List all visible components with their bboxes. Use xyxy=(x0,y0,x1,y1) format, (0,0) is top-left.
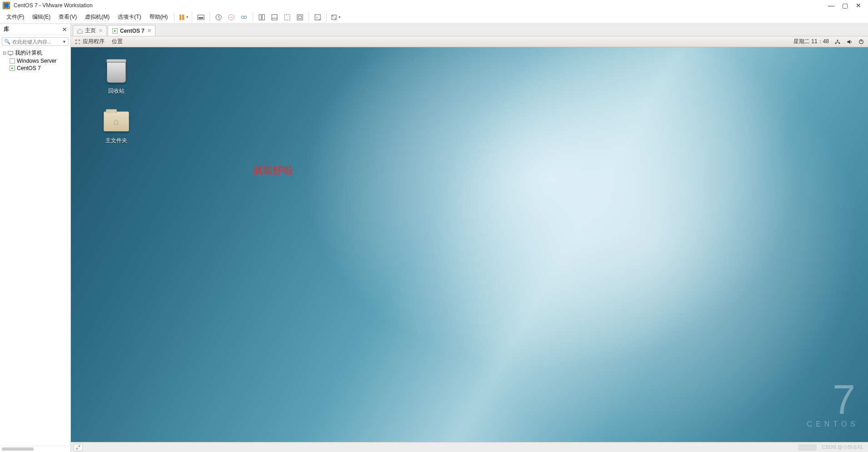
tab-centos7-label: CentOS 7 xyxy=(120,28,145,34)
vm-icon xyxy=(9,58,15,64)
status-indicator xyxy=(798,444,817,451)
minimize-button[interactable]: — xyxy=(824,2,838,9)
home-icon xyxy=(77,28,83,34)
power-icon[interactable] xyxy=(858,39,864,45)
revert-snapshot-button[interactable] xyxy=(225,12,237,23)
tree-item-centos7[interactable]: CentOS 7 xyxy=(0,65,70,72)
trash-icon xyxy=(107,61,126,83)
search-icon: 🔍 xyxy=(4,39,10,45)
svg-rect-9 xyxy=(262,15,264,20)
svg-point-27 xyxy=(75,42,77,44)
library-tree: ⊟ 我的计算机 Windows Server CentOS 7 xyxy=(0,48,70,446)
svg-rect-3 xyxy=(199,17,203,19)
library-title: 库 xyxy=(4,25,9,33)
svg-rect-12 xyxy=(284,15,290,20)
menu-edit[interactable]: 编辑(E) xyxy=(29,12,54,22)
tree-item-label: CentOS 7 xyxy=(17,65,41,71)
annotation-text: 就装好啦 xyxy=(253,164,293,177)
svg-point-28 xyxy=(79,42,80,44)
tree-item-label: Windows Server xyxy=(17,58,56,64)
vm-running-icon xyxy=(112,28,118,34)
gnome-places[interactable]: 位置 xyxy=(112,38,123,45)
library-search[interactable]: 🔍 ▼ xyxy=(2,37,69,46)
tab-close-icon[interactable]: ✕ xyxy=(99,28,103,34)
vmware-statusbar: CSDN @小邹会码 xyxy=(71,442,868,452)
svg-rect-0 xyxy=(180,15,181,20)
tab-centos7[interactable]: CentOS 7 ✕ xyxy=(108,25,155,36)
tab-home-label: 主页 xyxy=(85,27,96,35)
menu-help[interactable]: 帮助(H) xyxy=(146,12,172,22)
centos-name: CENTOS xyxy=(807,420,859,428)
gnome-applications[interactable]: 应用程序 xyxy=(83,38,105,45)
view-unity-button[interactable] xyxy=(294,12,306,23)
snapshot-manager-button[interactable] xyxy=(238,12,250,23)
snapshot-button[interactable] xyxy=(213,12,224,23)
svg-rect-30 xyxy=(839,42,840,44)
library-close-button[interactable]: ✕ xyxy=(62,26,67,33)
tree-root-my-computer[interactable]: ⊟ 我的计算机 xyxy=(0,49,70,57)
gnome-top-bar: 应用程序 位置 星期二 11：48 xyxy=(71,36,868,47)
desktop-home-folder[interactable]: ⌂ 主文件夹 xyxy=(89,109,144,145)
home-folder-icon: ⌂ xyxy=(104,111,129,131)
tab-home[interactable]: 主页 ✕ xyxy=(73,25,107,36)
centos-brand: 7 CENTOS xyxy=(807,379,859,428)
vm-console-viewport[interactable]: 应用程序 位置 星期二 11：48 回收站 ⌂ xyxy=(71,36,868,442)
svg-rect-18 xyxy=(8,51,13,54)
svg-rect-1 xyxy=(182,15,184,20)
desktop-home-label: 主文件夹 xyxy=(105,137,127,145)
console-view-button[interactable]: >_ xyxy=(312,12,324,23)
maximize-console-button[interactable] xyxy=(74,444,83,451)
computer-icon xyxy=(7,50,14,56)
gnome-clock[interactable]: 星期二 11：48 xyxy=(793,38,829,45)
network-icon[interactable] xyxy=(834,39,841,45)
sidebar-scrollbar[interactable] xyxy=(0,446,70,452)
svg-rect-20 xyxy=(10,59,15,64)
menubar: 文件(F) 编辑(E) 查看(V) 虚拟机(M) 选项卡(T) 帮助(H) >_ xyxy=(0,11,868,24)
search-dropdown-icon[interactable]: ▼ xyxy=(62,40,66,44)
close-button[interactable]: ✕ xyxy=(852,2,865,9)
view-library-button[interactable] xyxy=(256,12,268,23)
library-sidebar: 库 ✕ 🔍 ▼ ⊟ 我的计算机 Windows Server xyxy=(0,24,71,452)
svg-rect-10 xyxy=(272,15,277,20)
svg-marker-24 xyxy=(114,30,116,32)
tree-item-windows-server[interactable]: Windows Server xyxy=(0,57,70,65)
applications-icon xyxy=(75,39,81,45)
svg-point-26 xyxy=(79,39,80,41)
window-titlebar: CentOS 7 - VMware Workstation — ▢ ✕ xyxy=(0,0,868,11)
view-thumbnails-button[interactable] xyxy=(269,12,280,23)
vm-running-icon xyxy=(9,65,15,71)
menu-file[interactable]: 文件(F) xyxy=(3,12,28,22)
svg-marker-22 xyxy=(11,67,13,69)
vm-tabstrip: 主页 ✕ CentOS 7 ✕ xyxy=(71,24,868,36)
view-fullscreen-button[interactable] xyxy=(281,12,293,23)
centos-version: 7 xyxy=(807,379,859,420)
menu-vm[interactable]: 虚拟机(M) xyxy=(81,12,113,22)
send-ctrl-alt-del-button[interactable] xyxy=(195,12,207,23)
svg-rect-29 xyxy=(835,42,837,44)
menu-view[interactable]: 查看(V) xyxy=(55,12,80,22)
svg-rect-31 xyxy=(837,40,838,41)
svg-rect-14 xyxy=(299,16,301,19)
desktop-trash[interactable]: 回收站 xyxy=(89,59,144,95)
window-title: CentOS 7 - VMware Workstation xyxy=(14,2,93,9)
volume-icon[interactable] xyxy=(846,39,853,45)
svg-rect-13 xyxy=(297,15,303,20)
svg-point-7 xyxy=(244,16,247,19)
search-input[interactable] xyxy=(12,39,62,45)
maximize-button[interactable]: ▢ xyxy=(838,2,852,9)
svg-point-6 xyxy=(241,16,244,19)
menu-tabs[interactable]: 选项卡(T) xyxy=(114,12,145,22)
stretch-guest-button[interactable] xyxy=(329,12,341,23)
centos-wallpaper xyxy=(71,36,868,442)
tab-close-icon[interactable]: ✕ xyxy=(147,28,151,34)
watermark-text: CSDN @小邹会码 xyxy=(819,444,865,451)
tree-root-label: 我的计算机 xyxy=(15,49,42,57)
pause-vm-button[interactable] xyxy=(177,12,189,23)
svg-text:>_: >_ xyxy=(316,15,320,20)
svg-rect-8 xyxy=(259,15,261,20)
vmware-app-icon xyxy=(3,2,10,9)
desktop-trash-label: 回收站 xyxy=(108,87,125,95)
svg-point-25 xyxy=(75,39,77,41)
